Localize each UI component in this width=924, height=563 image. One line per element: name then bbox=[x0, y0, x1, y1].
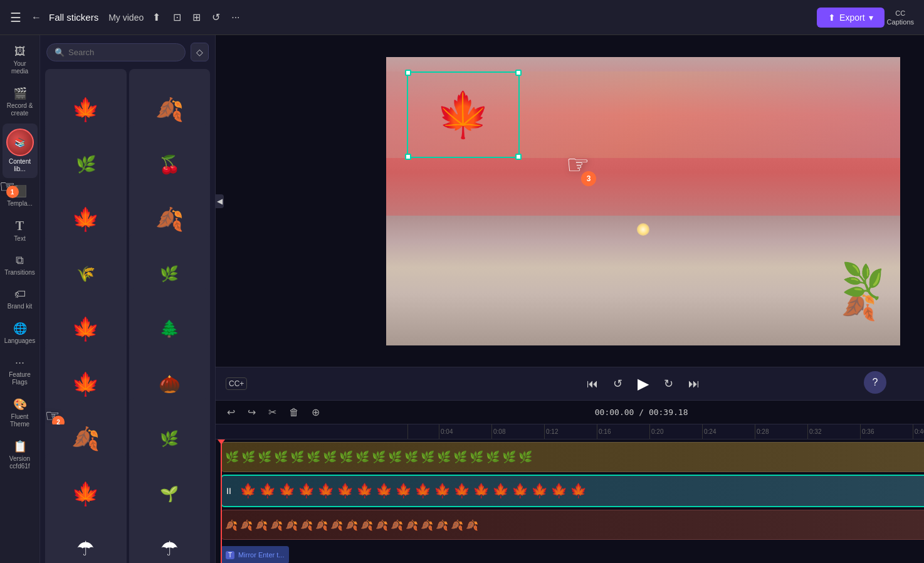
topbar: ☰ ← Fall stickers My video ⬆ ⊡ ⊞ ↺ ··· ⬆… bbox=[0, 0, 924, 35]
sidebar-item-media[interactable]: 🖼 Your media bbox=[3, 40, 38, 80]
track-lower-leaf-16: 🍂 bbox=[451, 519, 463, 531]
ruler-mark-3: 0:12 bbox=[544, 424, 597, 439]
resize-tool-button[interactable]: ⊞ bbox=[189, 9, 204, 26]
track-row-text: T Mirror Enter t... bbox=[221, 540, 924, 557]
track-maple-4: 🍁 bbox=[298, 483, 315, 499]
undo-button[interactable]: ↩ bbox=[223, 404, 239, 420]
track-sticker-upper[interactable]: 🌿 🌿 🌿 🌿 🌿 🌿 🌿 🌿 🌿 🌿 🌿 🌿 bbox=[221, 442, 924, 472]
sidebar-item-brandkit[interactable]: 🏷 Brand kit bbox=[3, 283, 38, 315]
sticker-emoji-9: 🍁 bbox=[71, 316, 100, 342]
skip-back-button[interactable]: ⏮ bbox=[584, 375, 601, 393]
text-track-label: Mirror Enter t... bbox=[238, 551, 284, 559]
hamburger-button[interactable]: ☰ bbox=[8, 8, 24, 28]
forward-button[interactable]: ↻ bbox=[661, 374, 676, 393]
cc-button[interactable]: CC+ bbox=[226, 377, 247, 390]
time-display: 00:00.00 / 00:39.18 bbox=[328, 408, 924, 417]
playhead-arrow bbox=[218, 439, 225, 445]
track-leaf-17: 🌿 bbox=[486, 450, 500, 464]
track-video-main[interactable]: ⏸ 🍁 🍁 🍁 🍁 🍁 🍁 🍁 🍁 🍁 🍁 � bbox=[221, 475, 924, 507]
play-button[interactable]: ▶ bbox=[635, 372, 651, 395]
sticker-emoji-8: 🌿 bbox=[160, 265, 179, 283]
redo-button[interactable]: ↪ bbox=[244, 404, 260, 420]
track-icons-upper: 🌿 🌿 🌿 🌿 🌿 🌿 🌿 🌿 🌿 🌿 🌿 🌿 bbox=[221, 443, 536, 471]
track-lower-leaf-5: 🍂 bbox=[285, 519, 298, 531]
sidebar-item-transitions[interactable]: ⧉ Transitions bbox=[3, 249, 38, 282]
crop-tool-button[interactable]: ⊡ bbox=[169, 9, 185, 26]
project-name: My video bbox=[108, 13, 144, 23]
sidebar-item-feature[interactable]: ··· FeatureFlags bbox=[3, 351, 38, 391]
export-upload-icon: ⬆ bbox=[828, 13, 836, 23]
skip-fwd-button[interactable]: ⏭ bbox=[686, 375, 702, 393]
sticker-emoji-16: 🌱 bbox=[160, 485, 179, 503]
main-content: 🖼 Your media 🎬 Record &create 📚 Contentl… bbox=[0, 35, 924, 563]
track-leaf-9: 🌿 bbox=[355, 450, 369, 464]
sticker-emoji-1: 🍁 bbox=[71, 97, 100, 123]
track-leaf-3: 🌿 bbox=[258, 450, 271, 464]
sidebar-item-content[interactable]: 📚 Contentlib... ☞ 1 bbox=[3, 124, 38, 178]
rewind-button[interactable]: ↺ bbox=[611, 374, 625, 393]
track-sticker-lower[interactable]: 🍂 🍂 🍂 🍂 🍂 🍂 🍂 🍂 🍂 🍂 🍂 🍂 bbox=[221, 510, 924, 540]
track-row-3: 🍂 🍂 🍂 🍂 🍂 🍂 🍂 🍂 🍂 🍂 🍂 🍂 bbox=[221, 510, 924, 540]
track-leaf-2: 🌿 bbox=[241, 450, 255, 464]
sticker-cell-17[interactable]: ☂ bbox=[45, 508, 127, 563]
search-icon: 🔍 bbox=[55, 48, 65, 57]
ruler-mark-8: 0:32 bbox=[807, 424, 860, 439]
sticker-emoji-12: 🌰 bbox=[159, 374, 181, 394]
cut-button[interactable]: ✂ bbox=[265, 404, 280, 420]
collapse-left-button[interactable]: ◀ bbox=[216, 194, 224, 208]
captions-panel[interactable]: CC Captions bbox=[885, 7, 916, 28]
sidebar-item-languages[interactable]: 🌐 Languages bbox=[3, 317, 38, 350]
track-lower-leaf-4: 🍂 bbox=[270, 519, 283, 531]
sidebar-item-templates[interactable]: ⬛ Templa... bbox=[3, 179, 38, 213]
ruler-mark-1: 0:04 bbox=[439, 424, 491, 439]
search-bar[interactable]: 🔍 bbox=[46, 43, 186, 61]
back-button[interactable]: ← bbox=[29, 9, 44, 26]
sticker-emoji-6: 🍂 bbox=[155, 206, 184, 233]
search-input[interactable] bbox=[68, 48, 177, 57]
sidebar-item-text[interactable]: T Text bbox=[3, 214, 38, 248]
version-icon: 📋 bbox=[13, 439, 27, 453]
sidebar-label-brandkit: Brand kit bbox=[8, 303, 32, 310]
track-maple-16: 🍁 bbox=[531, 483, 548, 499]
help-button[interactable]: ? bbox=[864, 371, 886, 394]
track-lower-leaf-9: 🍂 bbox=[345, 519, 358, 531]
track-lower-leaf-1: 🍂 bbox=[225, 519, 238, 531]
export-label: Export bbox=[839, 13, 864, 23]
export-chevron-icon: ▾ bbox=[869, 13, 873, 23]
track-text-item[interactable]: T Mirror Enter t... bbox=[221, 546, 289, 563]
track-leaf-19: 🌿 bbox=[518, 450, 532, 464]
captions-icon: CC bbox=[895, 9, 905, 17]
upload-button[interactable]: ⬆ bbox=[149, 9, 164, 26]
sticker-cell-18[interactable]: ☂ bbox=[129, 508, 211, 563]
track-leaf-6: 🌿 bbox=[307, 450, 320, 464]
timeline-playhead[interactable] bbox=[221, 439, 222, 563]
preview-timeline-wrapper: ◀ 🍁 bbox=[216, 35, 924, 400]
sticker-grid: 🍁 🍂 🌿 🍒 🍁 🍂 🌾 🌿 bbox=[40, 66, 215, 563]
sticker-emoji-5: 🍁 bbox=[71, 206, 100, 233]
track-maple-6: 🍁 bbox=[337, 483, 354, 499]
track-maple-1: 🍁 bbox=[239, 483, 256, 499]
track-leaf-10: 🌿 bbox=[372, 450, 386, 464]
timeline-toolbar: ↩ ↪ ✂ 🗑 ⊕ 00:00.00 / 00:39.18 − + ⤢ bbox=[216, 401, 924, 424]
sidebar-item-version[interactable]: 📋 Versionccfd61f bbox=[3, 434, 38, 475]
sidebar-item-record[interactable]: 🎬 Record &create bbox=[3, 82, 38, 122]
export-button[interactable]: ⬆ Export ▾ bbox=[817, 8, 884, 28]
track-maple-11: 🍁 bbox=[434, 483, 451, 499]
topbar-tools: ⊡ ⊞ ↺ ··· bbox=[169, 9, 243, 26]
video-canvas: 🍁 🌿 🍂 ☞ 3 bbox=[386, 57, 900, 345]
sidebar-item-fluent[interactable]: 🎨 FluentTheme bbox=[3, 392, 38, 433]
delete-button[interactable]: 🗑 bbox=[285, 405, 303, 420]
text-track-badge: T bbox=[226, 551, 234, 559]
sidebar-label-feature: FeatureFlags bbox=[9, 371, 30, 386]
track-maple-9: 🍁 bbox=[395, 483, 412, 499]
track-lower-leaf-2: 🍂 bbox=[240, 519, 253, 531]
more-tools-button[interactable]: ··· bbox=[228, 9, 243, 26]
flip-tool-button[interactable]: ↺ bbox=[208, 9, 224, 26]
ruler-mark-0 bbox=[407, 424, 439, 439]
brandkit-icon: 🏷 bbox=[14, 288, 26, 301]
add-clip-button[interactable]: ⊕ bbox=[308, 404, 323, 420]
content-panel: 🔍 ◇ 🍁 🍂 🌿 🍒 🍁 � bbox=[40, 35, 216, 563]
premium-button[interactable]: ◇ bbox=[191, 43, 209, 61]
center-area: ◀ 🍁 bbox=[216, 35, 924, 563]
track-lower-leaf-7: 🍂 bbox=[315, 519, 328, 531]
